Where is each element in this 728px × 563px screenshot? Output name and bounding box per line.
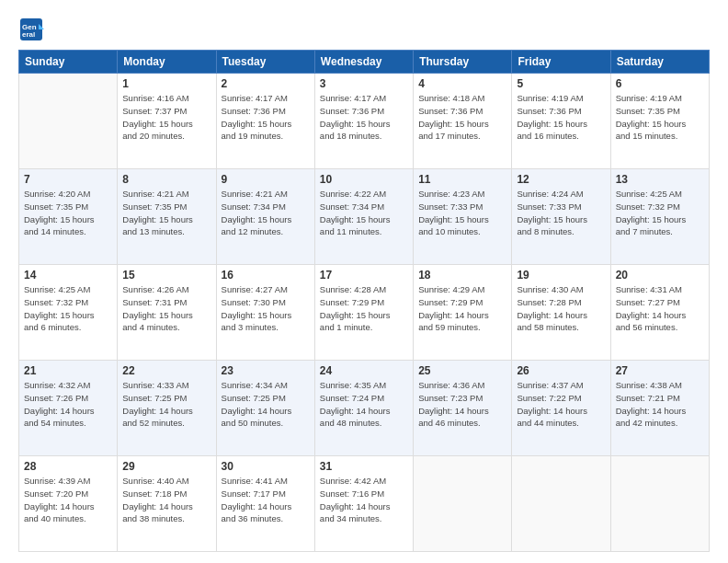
weekday-header-saturday: Saturday (610, 51, 709, 74)
day-detail: Sunrise: 4:19 AM Sunset: 7:36 PM Dayligh… (517, 92, 605, 143)
logo-icon: Gen eral (18, 17, 44, 42)
calendar-cell (512, 456, 610, 552)
day-number: 21 (24, 364, 112, 377)
day-number: 5 (517, 77, 605, 90)
day-number: 2 (222, 77, 310, 90)
calendar-cell: 8Sunrise: 4:21 AM Sunset: 7:35 PM Daylig… (118, 169, 216, 265)
day-detail: Sunrise: 4:19 AM Sunset: 7:35 PM Dayligh… (616, 92, 704, 143)
day-detail: Sunrise: 4:39 AM Sunset: 7:20 PM Dayligh… (24, 475, 112, 525)
day-detail: Sunrise: 4:28 AM Sunset: 7:29 PM Dayligh… (320, 283, 408, 334)
calendar-cell: 14Sunrise: 4:25 AM Sunset: 7:32 PM Dayli… (19, 265, 118, 361)
calendar-cell: 18Sunrise: 4:29 AM Sunset: 7:29 PM Dayli… (414, 265, 512, 361)
day-number: 16 (222, 269, 310, 282)
day-detail: Sunrise: 4:30 AM Sunset: 7:28 PM Dayligh… (517, 283, 605, 334)
calendar-cell: 7Sunrise: 4:20 AM Sunset: 7:35 PM Daylig… (19, 169, 118, 265)
weekday-header-sunday: Sunday (19, 51, 118, 74)
calendar-cell: 1Sunrise: 4:16 AM Sunset: 7:37 PM Daylig… (118, 74, 216, 169)
day-detail: Sunrise: 4:37 AM Sunset: 7:22 PM Dayligh… (517, 379, 605, 430)
day-detail: Sunrise: 4:36 AM Sunset: 7:23 PM Dayligh… (418, 379, 506, 430)
calendar-cell: 9Sunrise: 4:21 AM Sunset: 7:34 PM Daylig… (216, 169, 314, 265)
calendar-cell: 26Sunrise: 4:37 AM Sunset: 7:22 PM Dayli… (512, 361, 610, 456)
day-detail: Sunrise: 4:32 AM Sunset: 7:26 PM Dayligh… (24, 379, 112, 430)
day-number: 11 (418, 173, 506, 186)
day-detail: Sunrise: 4:29 AM Sunset: 7:29 PM Dayligh… (418, 283, 506, 334)
day-number: 20 (616, 269, 704, 282)
day-detail: Sunrise: 4:35 AM Sunset: 7:24 PM Dayligh… (320, 379, 408, 430)
day-detail: Sunrise: 4:17 AM Sunset: 7:36 PM Dayligh… (222, 92, 310, 143)
calendar-week-row: 1Sunrise: 4:16 AM Sunset: 7:37 PM Daylig… (19, 74, 710, 169)
header: Gen eral (18, 17, 710, 42)
day-number: 12 (517, 173, 605, 186)
calendar-cell: 6Sunrise: 4:19 AM Sunset: 7:35 PM Daylig… (610, 74, 709, 169)
day-detail: Sunrise: 4:24 AM Sunset: 7:33 PM Dayligh… (517, 188, 605, 238)
calendar-week-row: 21Sunrise: 4:32 AM Sunset: 7:26 PM Dayli… (19, 361, 710, 456)
day-number: 29 (122, 460, 210, 473)
day-number: 26 (517, 364, 605, 377)
day-number: 7 (24, 173, 112, 186)
weekday-header-friday: Friday (512, 51, 610, 74)
calendar-cell: 5Sunrise: 4:19 AM Sunset: 7:36 PM Daylig… (512, 74, 610, 169)
day-number: 31 (320, 460, 408, 473)
calendar-cell: 23Sunrise: 4:34 AM Sunset: 7:25 PM Dayli… (216, 361, 314, 456)
day-detail: Sunrise: 4:41 AM Sunset: 7:17 PM Dayligh… (222, 475, 310, 525)
calendar-cell: 20Sunrise: 4:31 AM Sunset: 7:27 PM Dayli… (610, 265, 709, 361)
weekday-header-row: SundayMondayTuesdayWednesdayThursdayFrid… (19, 51, 710, 74)
calendar-cell: 25Sunrise: 4:36 AM Sunset: 7:23 PM Dayli… (414, 361, 512, 456)
day-detail: Sunrise: 4:27 AM Sunset: 7:30 PM Dayligh… (222, 283, 310, 334)
weekday-header-monday: Monday (118, 51, 216, 74)
day-detail: Sunrise: 4:26 AM Sunset: 7:31 PM Dayligh… (122, 283, 210, 334)
day-detail: Sunrise: 4:21 AM Sunset: 7:34 PM Dayligh… (222, 188, 310, 238)
calendar-week-row: 14Sunrise: 4:25 AM Sunset: 7:32 PM Dayli… (19, 265, 710, 361)
day-number: 10 (320, 173, 408, 186)
calendar-cell: 4Sunrise: 4:18 AM Sunset: 7:36 PM Daylig… (414, 74, 512, 169)
weekday-header-tuesday: Tuesday (216, 51, 314, 74)
day-detail: Sunrise: 4:34 AM Sunset: 7:25 PM Dayligh… (222, 379, 310, 430)
day-detail: Sunrise: 4:40 AM Sunset: 7:18 PM Dayligh… (122, 475, 210, 525)
calendar-cell (414, 456, 512, 552)
calendar-week-row: 7Sunrise: 4:20 AM Sunset: 7:35 PM Daylig… (19, 169, 710, 265)
day-number: 8 (122, 173, 210, 186)
day-number: 18 (418, 269, 506, 282)
svg-text:eral: eral (22, 30, 35, 39)
day-number: 22 (122, 364, 210, 377)
day-number: 14 (24, 269, 112, 282)
day-number: 15 (122, 269, 210, 282)
day-number: 3 (320, 77, 408, 90)
calendar-cell: 11Sunrise: 4:23 AM Sunset: 7:33 PM Dayli… (414, 169, 512, 265)
day-number: 17 (320, 269, 408, 282)
day-detail: Sunrise: 4:31 AM Sunset: 7:27 PM Dayligh… (616, 283, 704, 334)
day-number: 23 (222, 364, 310, 377)
day-detail: Sunrise: 4:42 AM Sunset: 7:16 PM Dayligh… (320, 475, 408, 525)
calendar-cell (19, 74, 118, 169)
day-number: 13 (616, 173, 704, 186)
day-number: 30 (222, 460, 310, 473)
calendar-cell: 21Sunrise: 4:32 AM Sunset: 7:26 PM Dayli… (19, 361, 118, 456)
day-number: 24 (320, 364, 408, 377)
weekday-header-wednesday: Wednesday (314, 51, 413, 74)
calendar-cell: 13Sunrise: 4:25 AM Sunset: 7:32 PM Dayli… (610, 169, 709, 265)
calendar-cell: 10Sunrise: 4:22 AM Sunset: 7:34 PM Dayli… (314, 169, 413, 265)
day-detail: Sunrise: 4:16 AM Sunset: 7:37 PM Dayligh… (122, 92, 210, 143)
calendar-cell: 2Sunrise: 4:17 AM Sunset: 7:36 PM Daylig… (216, 74, 314, 169)
calendar-cell: 19Sunrise: 4:30 AM Sunset: 7:28 PM Dayli… (512, 265, 610, 361)
calendar-cell: 31Sunrise: 4:42 AM Sunset: 7:16 PM Dayli… (314, 456, 413, 552)
day-number: 4 (418, 77, 506, 90)
day-detail: Sunrise: 4:20 AM Sunset: 7:35 PM Dayligh… (24, 188, 112, 238)
calendar-cell: 17Sunrise: 4:28 AM Sunset: 7:29 PM Dayli… (314, 265, 413, 361)
day-detail: Sunrise: 4:21 AM Sunset: 7:35 PM Dayligh… (122, 188, 210, 238)
day-number: 1 (122, 77, 210, 90)
calendar-cell: 15Sunrise: 4:26 AM Sunset: 7:31 PM Dayli… (118, 265, 216, 361)
logo: Gen eral (18, 17, 48, 42)
calendar-cell: 29Sunrise: 4:40 AM Sunset: 7:18 PM Dayli… (118, 456, 216, 552)
page: Gen eral SundayMondayTuesdayWednesdayThu… (0, 0, 728, 563)
day-detail: Sunrise: 4:22 AM Sunset: 7:34 PM Dayligh… (320, 188, 408, 238)
day-number: 28 (24, 460, 112, 473)
day-number: 27 (616, 364, 704, 377)
weekday-header-thursday: Thursday (414, 51, 512, 74)
day-detail: Sunrise: 4:33 AM Sunset: 7:25 PM Dayligh… (122, 379, 210, 430)
calendar-cell: 12Sunrise: 4:24 AM Sunset: 7:33 PM Dayli… (512, 169, 610, 265)
day-detail: Sunrise: 4:25 AM Sunset: 7:32 PM Dayligh… (24, 283, 112, 334)
calendar-cell: 30Sunrise: 4:41 AM Sunset: 7:17 PM Dayli… (216, 456, 314, 552)
day-number: 6 (616, 77, 704, 90)
calendar-cell: 27Sunrise: 4:38 AM Sunset: 7:21 PM Dayli… (610, 361, 709, 456)
